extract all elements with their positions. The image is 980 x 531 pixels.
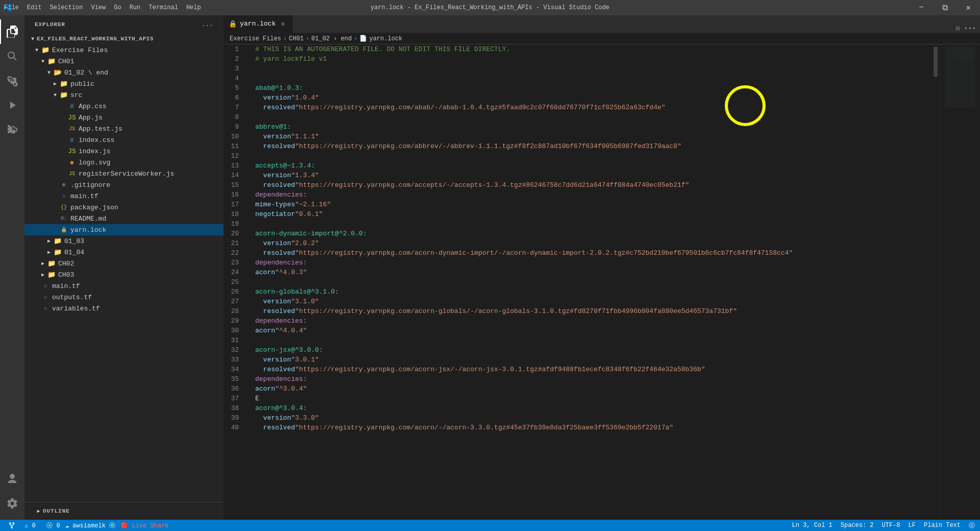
code-line: version "3.0.1" [255,355,939,365]
code-line: resolved "https://registry.yarnpkg.com/a… [255,103,939,112]
code-line: resolved "https://registry.yarnpkg.com/a… [255,423,939,432]
tf-file-icon: ◇ [59,191,68,201]
extensions-activity-icon[interactable] [0,117,24,142]
menu-run[interactable]: Run [130,4,141,11]
tree-item-variables-tf[interactable]: ▶ ◇ variables.tf [24,303,224,314]
tree-root-arrow: ▼ [29,35,37,43]
tree-item-readme[interactable]: ▶ M↓ README.md [24,213,224,224]
account-activity-icon[interactable] [0,467,24,491]
restore-button[interactable]: ⧉ [933,0,957,15]
editor-layout-controls[interactable]: ⊟ ••• [952,25,980,33]
chevron-right-icon: ▶ [51,80,59,88]
run-activity-icon[interactable] [0,93,24,117]
code-line: # THIS IS AN AUTOGENERATED FILE. DO NOT … [255,44,939,54]
code-line: acorn-jsx@^3.0.0: [255,345,939,355]
chevron-right-icon: ▶ [45,248,53,256]
menu-bar[interactable]: File Edit Selection View Go Run Terminal… [4,4,201,11]
settings-activity-icon[interactable] [0,491,24,516]
menu-selection[interactable]: Selection [50,4,83,11]
breadcrumb-item-0102-end[interactable]: 01_02 › end [311,35,352,42]
source-control-activity-icon[interactable] [0,68,24,93]
tree-item-exercise-files[interactable]: ▼ 📁 Exercise Files [24,44,224,56]
menu-help[interactable]: Help [186,4,201,11]
tree-item-logo-svg[interactable]: ▶ ◈ logo.svg [24,157,224,168]
scrollbar-thumb[interactable] [934,46,938,77]
cursor-position[interactable]: Ln 3, Col 1 [792,522,832,529]
split-editor-icon[interactable]: ⊟ [956,25,960,33]
code-line: version "2.0.2" [255,238,939,248]
outline-section[interactable]: ▶ OUTLINE [24,502,224,520]
language-mode[interactable]: Plain Text [924,522,961,529]
breadcrumb-file-icon: 📄 [359,35,367,42]
tab-close-button[interactable]: ✕ [279,18,287,29]
live-share[interactable]: 🔴 Live Share [120,522,168,529]
feedback[interactable]: ⓪ [969,521,975,530]
tree-item-register-sw[interactable]: ▶ JS registerServiceWorker.js [24,168,224,179]
code-line: abab@^1.0.3: [255,83,939,93]
search-activity-icon[interactable] [0,44,24,68]
menu-file[interactable]: File [4,4,19,11]
tree-item-index-css[interactable]: ▶ # index.css [24,134,224,146]
tree-item-main-tf[interactable]: ▶ ◇ main.tf [24,190,224,202]
tab-yarn-lock[interactable]: 🔒 yarn.lock ✕ [224,15,293,33]
tree-root[interactable]: ▼ EX_FILES_REACT_WORKING_WITH_APIS [24,33,224,44]
tree-item-ch01[interactable]: ▼ 📁 CH01 [24,56,224,67]
git-branch-status[interactable] [5,522,19,529]
md-file-icon: M↓ [59,214,68,223]
folder-icon: 📁 [41,45,50,55]
tree-label: CH01 [58,58,74,65]
tree-item-0103[interactable]: ▶ 📁 01_03 [24,235,224,247]
close-button[interactable]: ✕ [957,0,980,15]
tree-label: CH02 [58,260,74,268]
menu-go[interactable]: Go [114,4,121,11]
outline-label: OUTLINE [43,508,69,514]
tree-item-ch02[interactable]: ▶ 📁 CH02 [24,258,224,269]
tree-item-src[interactable]: ▼ 📁 src [24,89,224,101]
more-actions-icon[interactable]: ••• [964,25,976,33]
errors-warnings[interactable]: ⚠ 0 ⓧ 0 [24,521,60,530]
tree-item-app-css[interactable]: ▶ # App.css [24,101,224,112]
code-line: resolved "https://registry.yarnpkg.com/a… [255,306,939,316]
svg-file-icon: ◈ [67,158,77,167]
tree-item-yarn-lock[interactable]: ▶ 🔒 yarn.lock [24,224,224,235]
menu-edit[interactable]: Edit [27,4,42,11]
tree-item-0102-end[interactable]: ▼ 📂 01_02 \ end [24,67,224,78]
chevron-down-icon: ▼ [33,46,41,54]
code-line: accepts@~1.3.4: [255,161,939,171]
encoding[interactable]: UTF-8 [882,522,900,529]
chevron-down-icon: ▼ [51,91,59,99]
tree-item-ch03[interactable]: ▶ 📁 CH03 [24,269,224,280]
breadcrumb-item-ch01[interactable]: CH01 [289,35,304,42]
tree-item-public[interactable]: ▶ 📁 public [24,78,224,89]
folder-icon: 📁 [53,248,62,257]
tree-item-outputs-tf[interactable]: ▶ ◇ outputs.tf [24,292,224,303]
menu-view[interactable]: View [91,4,106,11]
tree-item-gitignore[interactable]: ▶ ⊙ .gitignore [24,179,224,190]
tree-item-0104[interactable]: ▶ 📁 01_04 [24,247,224,258]
tree-item-package-json[interactable]: ▶ {} package.json [24,202,224,213]
folder-icon: 📁 [47,57,56,66]
tree-item-index-js[interactable]: ▶ JS index.js [24,146,224,157]
code-wrapper: # THIS IS AN AUTOGENERATED FILE. DO NOT … [249,44,939,520]
tf-file-icon: ◇ [41,293,50,302]
menu-terminal[interactable]: Terminal [149,4,178,11]
sidebar-content[interactable]: ▼ EX_FILES_REACT_WORKING_WITH_APIS ▼ 📁 E… [24,33,224,502]
tree-item-app-js[interactable]: ▶ JS App.js [24,112,224,123]
window-controls[interactable]: − ⧉ ✕ [910,0,980,15]
scrollbar[interactable] [932,44,939,520]
code-content[interactable]: # THIS IS AN AUTOGENERATED FILE. DO NOT … [249,44,939,520]
css-file-icon: # [67,135,77,144]
indentation[interactable]: Spaces: 2 [841,522,874,529]
breadcrumb-item-yarn-lock[interactable]: yarn.lock [369,35,402,42]
sidebar-more-actions[interactable]: ... [202,21,213,28]
line-ending[interactable]: LF [909,522,916,529]
breadcrumb-item-exercise-files[interactable]: Exercise Files [230,35,281,42]
tree-item-main-tf-root[interactable]: ▶ ◇ main.tf [24,280,224,292]
git-user-status[interactable]: ☁ awsiamelk ⓔ [65,521,115,530]
code-line: dependencies: [255,374,939,384]
tree-item-app-test-js[interactable]: ▶ JS App.test.js [24,123,224,134]
minimize-button[interactable]: − [910,0,933,15]
explorer-activity-icon[interactable] [0,19,24,44]
tree-label: CH03 [58,271,74,279]
minimap: ...................................... .… [939,44,980,520]
